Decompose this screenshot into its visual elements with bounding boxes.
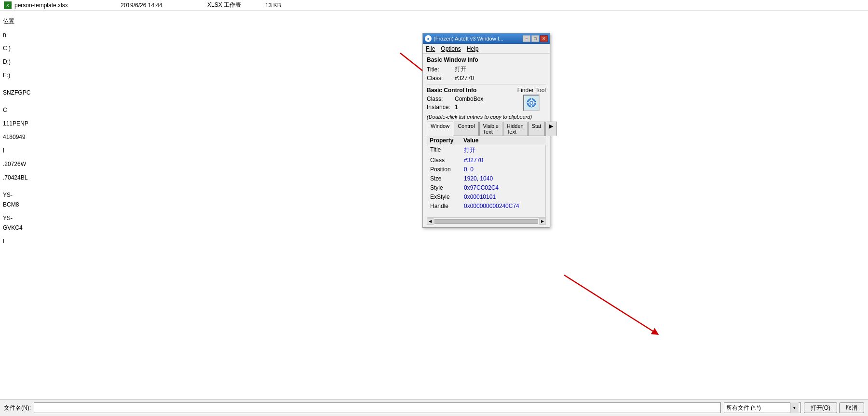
prop-val-size: 1920, 1040: [464, 175, 542, 182]
prop-name-exstyle: ExStyle: [430, 194, 464, 200]
menu-help[interactable]: Help: [467, 45, 479, 52]
scroll-left-button[interactable]: ◀: [427, 218, 434, 225]
control-info-left: Basic Control Info Class: ComboBox Insta…: [427, 87, 483, 112]
title-bar-buttons: − □ ✕: [523, 35, 548, 42]
open-button[interactable]: 打开(O): [804, 402, 837, 413]
window-class-label: Class:: [427, 75, 455, 82]
prop-val-position: 0, 0: [464, 166, 542, 173]
sidebar-item-l[interactable]: l: [0, 144, 29, 157]
file-name-cell: person-template.xlsx: [14, 2, 111, 9]
menu-options[interactable]: Options: [441, 45, 461, 52]
prop-row-style[interactable]: Style 0x97CC02C4: [427, 183, 545, 193]
file-list-row: X person-template.xlsx 2019/6/26 14:44 X…: [0, 0, 868, 11]
close-button[interactable]: ✕: [540, 35, 548, 42]
window-title-label: Title:: [427, 66, 455, 73]
scroll-right-button[interactable]: ▶: [539, 218, 546, 225]
sidebar-item-0[interactable]: 位置: [0, 14, 29, 28]
prop-val-exstyle: 0x00010101: [464, 194, 542, 200]
menu-bar: File Options Help: [423, 44, 550, 54]
control-class-value: ComboBox: [455, 96, 483, 102]
sidebar-item-14[interactable]: [0, 184, 29, 188]
sidebar-item-4180949[interactable]: 4180949: [0, 130, 29, 144]
filetype-dropdown[interactable]: 所有文件 (*.*) ▼: [724, 402, 801, 413]
prop-val-title: 打开: [464, 146, 542, 154]
prop-row-class[interactable]: Class #32770: [427, 156, 545, 165]
minimize-button[interactable]: −: [523, 35, 530, 42]
file-size-cell: 13 KB: [265, 2, 304, 9]
prop-name-size: Size: [430, 175, 464, 182]
xlsx-icon: X: [4, 1, 12, 9]
control-class-row: Class: ComboBox: [427, 96, 483, 102]
control-instance-value: 1: [455, 104, 458, 111]
window-title-value: 打开: [455, 65, 466, 73]
basic-window-info-header: Basic Window Info: [427, 56, 546, 63]
prop-name-position: Position: [430, 166, 464, 173]
sidebar-item-c[interactable]: C:): [0, 42, 29, 55]
sidebar-item-1[interactable]: n: [0, 28, 29, 42]
control-instance-row: Instance: 1: [427, 104, 483, 111]
sidebar-item-70424bl[interactable]: .70424BL: [0, 171, 29, 184]
window-class-row: Class: #32770: [427, 75, 546, 82]
finder-crosshair-icon: [526, 97, 537, 109]
bottom-bar: 文件名(N): 所有文件 (*.*) ▼ 打开(O) 取消: [0, 399, 868, 416]
sidebar-item-c2[interactable]: C: [0, 103, 29, 117]
control-info-section: Basic Control Info Class: ComboBox Insta…: [427, 87, 546, 112]
prop-row-position[interactable]: Position 0, 0: [427, 165, 545, 174]
filename-label: 文件名(N):: [4, 404, 31, 412]
tab-control[interactable]: Control: [454, 122, 478, 136]
prop-val-style: 0x97CC02C4: [464, 184, 542, 191]
property-table-body: Title 打开 Class #32770 Position 0, 0 Size…: [427, 145, 546, 218]
sidebar-item-7[interactable]: [0, 99, 29, 103]
dropdown-arrow-icon[interactable]: ▼: [790, 402, 799, 413]
sidebar: 位置 n C:) D:) E:) SNZFGPC C 111PENP 41809…: [0, 14, 29, 248]
horizontal-scrollbar[interactable]: ◀ ▶: [427, 218, 546, 224]
property-table-header: Property Value: [427, 136, 546, 145]
sidebar-item-e[interactable]: E:): [0, 69, 29, 82]
control-class-label: Class:: [427, 96, 455, 102]
filename-input[interactable]: [34, 402, 721, 413]
prop-val-class: #32770: [464, 157, 542, 164]
window-class-value: #32770: [455, 75, 474, 82]
sidebar-item-111penp[interactable]: 111PENP: [0, 117, 29, 130]
prop-row-size[interactable]: Size 1920, 1040: [427, 174, 545, 183]
tab-more[interactable]: ▶: [545, 122, 557, 136]
note-text: (Double-click list entries to copy to cl…: [427, 114, 546, 120]
prop-name-style: Style: [430, 184, 464, 191]
tab-visible-text[interactable]: Visible Text: [479, 122, 502, 136]
tab-window[interactable]: Window: [427, 122, 453, 136]
prop-val-handle: 0x000000000240C74: [464, 203, 542, 209]
autoit-window: ● (Frozen) AutoIt v3 Window I... − □ ✕ F…: [422, 33, 550, 228]
menu-file[interactable]: File: [426, 45, 435, 52]
finder-tool-area: Finder Tool: [517, 87, 546, 111]
sidebar-item-gvkc4[interactable]: YS-GVKC4: [0, 211, 29, 235]
prop-row-title[interactable]: Title 打开: [427, 145, 545, 156]
sidebar-item-d[interactable]: D:): [0, 55, 29, 69]
finder-tool-label: Finder Tool: [517, 87, 546, 94]
tab-hidden-text[interactable]: Hidden Text: [503, 122, 528, 136]
prop-name-handle: Handle: [430, 203, 464, 209]
window-title: (Frozen) AutoIt v3 Window I...: [434, 36, 523, 42]
window-icon: ●: [425, 35, 432, 42]
tabs-container: Window Control Visible Text Hidden Text …: [427, 122, 546, 136]
file-date-cell: 2019/6/26 14:44: [121, 2, 207, 9]
control-instance-label: Instance:: [427, 104, 455, 111]
file-type-cell: XLSX 工作表: [207, 1, 265, 9]
filetype-label: 所有文件 (*.*): [726, 404, 761, 412]
cancel-button[interactable]: 取消: [839, 402, 864, 413]
divider-1: [427, 84, 546, 84]
scroll-thumb[interactable]: [434, 219, 538, 224]
maximize-button[interactable]: □: [531, 35, 539, 42]
finder-tool-button[interactable]: [523, 95, 540, 111]
sidebar-item-20726w[interactable]: .20726W: [0, 157, 29, 171]
col-property: Property: [430, 137, 463, 144]
prop-name-title: Title: [430, 146, 464, 154]
col-value: Value: [463, 137, 543, 144]
prop-row-exstyle[interactable]: ExStyle 0x00010101: [427, 193, 545, 202]
sidebar-item-17[interactable]: l: [0, 235, 29, 248]
sidebar-item-bcm8[interactable]: YS-BCM8: [0, 188, 29, 211]
sidebar-item-5[interactable]: [0, 82, 29, 86]
prop-row-handle[interactable]: Handle 0x000000000240C74: [427, 202, 545, 211]
tab-stat[interactable]: Stat: [528, 122, 545, 136]
svg-point-10: [530, 102, 532, 104]
sidebar-item-snzfgpc[interactable]: SNZFGPC: [0, 86, 29, 99]
